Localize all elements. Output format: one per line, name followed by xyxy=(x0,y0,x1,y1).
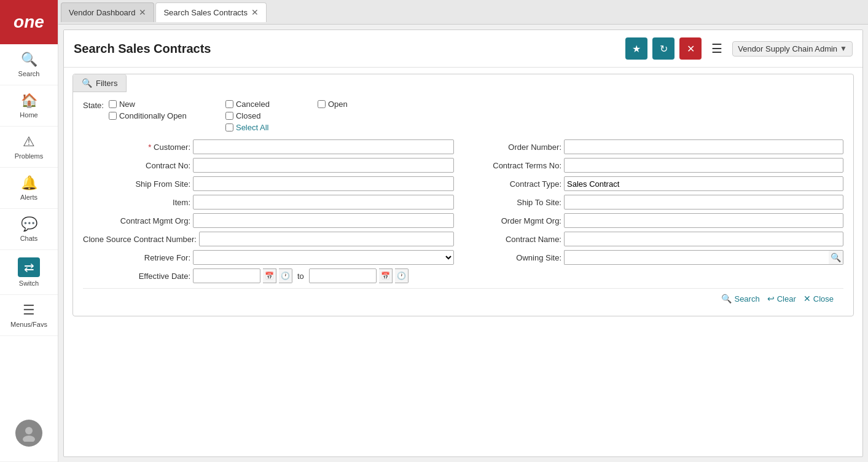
close-filter-icon: ✕ xyxy=(803,294,811,303)
sidebar-item-problems[interactable]: ⚠ Problems xyxy=(0,127,58,168)
tab-vendor-dashboard[interactable]: Vendor Dashboard ✕ xyxy=(61,2,154,22)
label-contract-terms-no: Contract Terms No: xyxy=(472,161,561,170)
content-area: Search Sales Contracts ★ ↻ ✕ ☰ Vendor Su… xyxy=(63,29,863,457)
sidebar-item-home[interactable]: 🏠 Home xyxy=(0,85,58,127)
refresh-button[interactable]: ↻ xyxy=(652,37,674,60)
favorite-button[interactable]: ★ xyxy=(625,37,647,60)
checkbox-open[interactable]: Open xyxy=(318,100,367,109)
svg-point-1 xyxy=(23,436,35,442)
checkbox-select-all-input[interactable] xyxy=(225,123,233,131)
role-dropdown[interactable]: Vendor Supply Chain Admin ▼ xyxy=(732,41,853,57)
field-customer: Customer: xyxy=(83,139,454,154)
field-contract-type: Contract Type: xyxy=(472,176,843,191)
close-filter-button-label: Close xyxy=(813,294,834,303)
checkbox-canceled-input[interactable] xyxy=(225,100,233,108)
input-contract-name[interactable] xyxy=(564,232,843,246)
calendar-icon-to[interactable]: 📅 xyxy=(379,268,393,283)
hamburger-menu-button[interactable]: ☰ xyxy=(706,39,727,58)
checkbox-canceled[interactable]: Canceled xyxy=(225,100,305,109)
label-contract-mgmt-org: Contract Mgmt Org: xyxy=(83,216,190,225)
input-contract-terms-no[interactable] xyxy=(564,158,843,173)
close-button[interactable]: ✕ xyxy=(679,37,702,60)
owning-site-search-icon[interactable]: 🔍 xyxy=(829,250,843,265)
label-customer: Customer: xyxy=(83,143,190,152)
search-button[interactable]: 🔍 Search xyxy=(721,294,759,303)
checkbox-conditionally-open-input[interactable] xyxy=(109,112,117,120)
input-ship-to-site[interactable] xyxy=(564,195,843,209)
app-logo[interactable]: one xyxy=(0,0,58,44)
input-item[interactable] xyxy=(193,195,454,209)
checkbox-open-input[interactable] xyxy=(318,100,326,108)
state-label: State: xyxy=(83,100,104,110)
home-icon: 🏠 xyxy=(21,93,37,109)
field-ship-to-site: Ship To Site: xyxy=(472,195,843,209)
input-clone-source-contract-number[interactable] xyxy=(199,232,454,246)
state-checkboxes: New Conditionally Open Canceled xyxy=(109,100,843,132)
input-owning-site[interactable] xyxy=(564,250,829,265)
search-icon: 🔍 xyxy=(21,52,37,68)
calendar-icon-from[interactable]: 📅 xyxy=(263,268,276,283)
label-order-number: Order Number: xyxy=(472,143,561,152)
sidebar-item-chats[interactable]: 💬 Chats xyxy=(0,209,58,250)
clear-button[interactable]: ↩ Clear xyxy=(767,294,796,303)
tab-close-vendor-dashboard[interactable]: ✕ xyxy=(139,8,146,17)
checkbox-select-all[interactable]: Select All xyxy=(225,123,305,132)
field-owning-site: Owning Site: 🔍 xyxy=(472,250,843,265)
input-contract-no[interactable] xyxy=(193,158,454,173)
page-header: Search Sales Contracts ★ ↻ ✕ ☰ Vendor Su… xyxy=(64,30,862,68)
sidebar-item-label: Switch xyxy=(19,280,39,287)
sidebar-item-search[interactable]: 🔍 Search xyxy=(0,44,58,85)
tab-close-search-sales-contracts[interactable]: ✕ xyxy=(251,8,259,17)
svg-point-0 xyxy=(25,427,33,434)
input-order-mgmt-org[interactable] xyxy=(564,213,843,228)
sidebar-item-label: Menus/Favs xyxy=(10,321,47,328)
tabbar: Vendor Dashboard ✕ Search Sales Contract… xyxy=(58,0,868,25)
label-contract-name: Contract Name: xyxy=(472,235,561,244)
avatar xyxy=(15,420,42,447)
checkbox-conditionally-open[interactable]: Conditionally Open xyxy=(109,111,213,120)
sidebar-item-avatar[interactable] xyxy=(0,412,58,462)
filter-icon: 🔍 xyxy=(82,78,92,88)
to-label: to xyxy=(295,272,307,281)
input-effective-date-to[interactable] xyxy=(309,268,377,283)
sidebar-item-label: Alerts xyxy=(20,194,37,201)
page-title: Search Sales Contracts xyxy=(74,42,620,56)
label-order-mgmt-org: Order Mgmt Org: xyxy=(472,216,561,225)
field-contract-name: Contract Name: xyxy=(472,232,843,246)
select-all-link[interactable]: Select All xyxy=(236,123,268,132)
field-effective-date: Effective Date: 📅 🕐 to 📅 🕐 xyxy=(83,268,454,283)
label-contract-no: Contract No: xyxy=(83,161,190,170)
input-ship-from-site[interactable] xyxy=(193,176,454,191)
sidebar-item-menus[interactable]: ☰ Menus/Favs xyxy=(0,295,58,336)
state-row: State: New Conditionally Open xyxy=(83,100,843,132)
label-retrieve-for: Retrieve For: xyxy=(83,253,190,262)
checkbox-conditionally-open-label: Conditionally Open xyxy=(119,111,187,120)
field-contract-terms-no: Contract Terms No: xyxy=(472,158,843,173)
input-order-number[interactable] xyxy=(564,139,843,154)
left-column: Customer: Contract No: Ship From Site: xyxy=(83,139,454,283)
sidebar-item-switch[interactable]: ⇄ Switch xyxy=(0,250,58,295)
label-contract-type: Contract Type: xyxy=(472,179,561,189)
checkbox-closed-input[interactable] xyxy=(225,112,233,120)
select-retrieve-for[interactable]: All Mine xyxy=(193,250,454,265)
input-customer[interactable] xyxy=(193,139,454,154)
checkbox-new-input[interactable] xyxy=(109,100,117,108)
menu-icon: ☰ xyxy=(23,302,35,318)
tab-search-sales-contracts[interactable]: Search Sales Contracts ✕ xyxy=(155,2,267,22)
owning-site-input-group: 🔍 xyxy=(564,250,843,265)
main-area: Vendor Dashboard ✕ Search Sales Contract… xyxy=(58,0,868,462)
sidebar-item-alerts[interactable]: 🔔 Alerts xyxy=(0,168,58,209)
checkbox-closed[interactable]: Closed xyxy=(225,111,305,120)
clock-icon-from[interactable]: 🕐 xyxy=(279,268,292,283)
sidebar-bottom xyxy=(0,412,58,462)
search-action-icon: 🔍 xyxy=(721,294,732,303)
role-label: Vendor Supply Chain Admin xyxy=(738,44,837,53)
clock-icon-to[interactable]: 🕐 xyxy=(395,268,409,283)
input-contract-type[interactable] xyxy=(564,176,843,191)
filters-tab[interactable]: 🔍 Filters xyxy=(73,74,127,92)
checkbox-canceled-label: Canceled xyxy=(236,100,270,109)
input-effective-date-from[interactable] xyxy=(193,268,260,283)
checkbox-new[interactable]: New xyxy=(109,100,213,109)
input-contract-mgmt-org[interactable] xyxy=(193,213,454,228)
close-filter-button[interactable]: ✕ Close xyxy=(803,294,834,303)
